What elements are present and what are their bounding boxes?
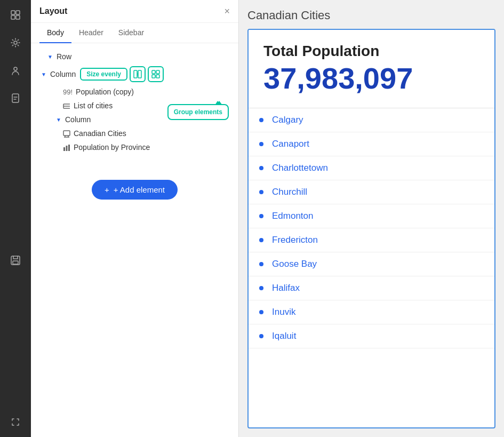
tab-sidebar[interactable]: Sidebar xyxy=(111,23,151,43)
city-list[interactable]: CalgaryCanaportCharlottetownChurchillEdm… xyxy=(249,108,494,427)
canvas-title: Canadian Cities xyxy=(247,9,495,22)
list-item[interactable]: Fredericton xyxy=(249,228,494,252)
city-bullet xyxy=(259,286,263,290)
tab-body[interactable]: Body xyxy=(39,23,71,43)
list-item[interactable]: Canaport xyxy=(249,132,494,156)
column1-label: Column xyxy=(50,70,76,78)
panel-close-button[interactable]: × xyxy=(224,6,230,16)
population-copy-label: Population (copy) xyxy=(76,88,134,96)
list-item[interactable]: Churchill xyxy=(249,180,494,204)
column1-tree-item: ▼ Column Size evenly xyxy=(35,63,234,85)
chart-icon xyxy=(63,143,70,152)
row-collapse-arrow[interactable]: ▼ xyxy=(46,52,54,61)
user-icon[interactable] xyxy=(7,62,24,79)
svg-rect-8 xyxy=(13,261,18,264)
svg-rect-23 xyxy=(66,146,68,151)
tree-row-item[interactable]: ▼ Row xyxy=(35,50,234,63)
layout-panel: Layout × Body Header Sidebar ▼ Row ▼ Col… xyxy=(31,0,239,437)
population-copy-item[interactable]: 99! Population (copy) xyxy=(35,85,234,99)
grid-split-button[interactable] xyxy=(130,66,146,82)
city-name: Edmonton xyxy=(272,211,314,221)
city-name: Halifax xyxy=(272,283,300,293)
number-icon: 99! xyxy=(63,88,73,96)
population-by-province-item[interactable]: Population by Province xyxy=(35,140,234,154)
city-name: Charlottetown xyxy=(272,163,328,173)
canadian-cities-label: Canadian Cities xyxy=(74,129,126,138)
canadian-cities-item[interactable]: Canadian Cities xyxy=(35,126,234,140)
svg-rect-12 xyxy=(152,70,155,74)
svg-rect-1 xyxy=(16,11,20,14)
add-element-label: + Add element xyxy=(114,185,165,194)
svg-rect-2 xyxy=(11,15,15,19)
city-bullet xyxy=(259,310,263,314)
svg-rect-6 xyxy=(12,94,19,102)
save-icon[interactable] xyxy=(7,252,24,269)
list-item[interactable]: Calgary xyxy=(249,108,494,132)
list-item[interactable]: Inuvik xyxy=(249,300,494,324)
stats-section: Total Population 37,983,097 xyxy=(249,30,494,108)
add-element-plus: + xyxy=(105,185,109,194)
canvas-area: Total Population 37,983,097 CalgaryCanap… xyxy=(247,29,495,428)
svg-point-5 xyxy=(14,67,17,70)
list-icon xyxy=(63,101,70,110)
main-content: Canadian Cities Total Population 37,983,… xyxy=(239,0,504,437)
city-bullet xyxy=(259,334,263,338)
expand-icon[interactable] xyxy=(7,414,24,431)
column2-collapse-arrow[interactable]: ▼ xyxy=(54,115,63,124)
panel-tabs: Body Header Sidebar xyxy=(31,23,238,43)
city-name: Fredericton xyxy=(272,235,318,245)
svg-rect-10 xyxy=(138,70,141,78)
panel-title: Layout xyxy=(39,6,67,16)
city-name: Inuvik xyxy=(272,307,295,317)
tab-header[interactable]: Header xyxy=(71,23,111,43)
city-bullet xyxy=(259,238,263,242)
panel-header: Layout × xyxy=(31,0,238,23)
column1-tree-section: ▼ Column Size evenly xyxy=(35,63,234,85)
column2-label: Column xyxy=(65,115,91,124)
list-of-cities-label: List of cities xyxy=(74,101,113,110)
stat-label: Total Population xyxy=(263,43,479,60)
city-name: Churchill xyxy=(272,187,307,197)
city-bullet xyxy=(259,142,263,146)
layout-icon[interactable] xyxy=(7,6,24,23)
list-item[interactable]: Charlottetown xyxy=(249,156,494,180)
city-bullet xyxy=(259,214,263,218)
list-item[interactable]: Halifax xyxy=(249,276,494,300)
svg-rect-22 xyxy=(63,147,65,151)
city-bullet xyxy=(259,262,263,266)
group-elements-label: Group elements xyxy=(174,108,222,116)
icon-bar xyxy=(0,0,31,437)
city-bullet xyxy=(259,190,263,194)
size-evenly-button[interactable]: Size evenly xyxy=(80,68,127,81)
bookmark-icon[interactable] xyxy=(7,90,24,107)
group-elements-tooltip: Group elements xyxy=(167,104,229,120)
svg-point-4 xyxy=(14,41,17,44)
map-icon xyxy=(63,129,70,138)
svg-rect-14 xyxy=(152,75,155,78)
city-bullet xyxy=(259,118,263,122)
city-name: Canaport xyxy=(272,139,309,149)
add-element-container: + + Add element xyxy=(35,171,234,208)
add-element-button[interactable]: + + Add element xyxy=(92,180,178,200)
svg-rect-24 xyxy=(68,145,70,151)
city-name: Iqaluit xyxy=(272,331,296,341)
svg-rect-20 xyxy=(63,131,70,136)
list-item[interactable]: Edmonton xyxy=(249,204,494,228)
list-item[interactable]: Iqaluit xyxy=(249,324,494,348)
group-button[interactable] xyxy=(148,66,164,82)
settings-icon[interactable] xyxy=(7,34,24,51)
column1-collapse-arrow[interactable]: ▼ xyxy=(39,70,48,78)
city-bullet xyxy=(259,166,263,170)
list-item[interactable]: Goose Bay xyxy=(249,252,494,276)
svg-rect-15 xyxy=(156,75,159,78)
city-name: Goose Bay xyxy=(272,259,317,269)
city-list-section: CalgaryCanaportCharlottetownChurchillEdm… xyxy=(249,108,494,427)
stat-number: 37,983,097 xyxy=(263,62,479,95)
svg-rect-13 xyxy=(156,70,159,74)
svg-rect-3 xyxy=(16,15,20,19)
row-label: Row xyxy=(57,52,71,61)
population-by-province-label: Population by Province xyxy=(74,143,150,152)
tree-container: ▼ Row ▼ Column Size evenly xyxy=(31,43,238,437)
svg-rect-0 xyxy=(11,11,15,14)
city-name: Calgary xyxy=(272,115,303,125)
